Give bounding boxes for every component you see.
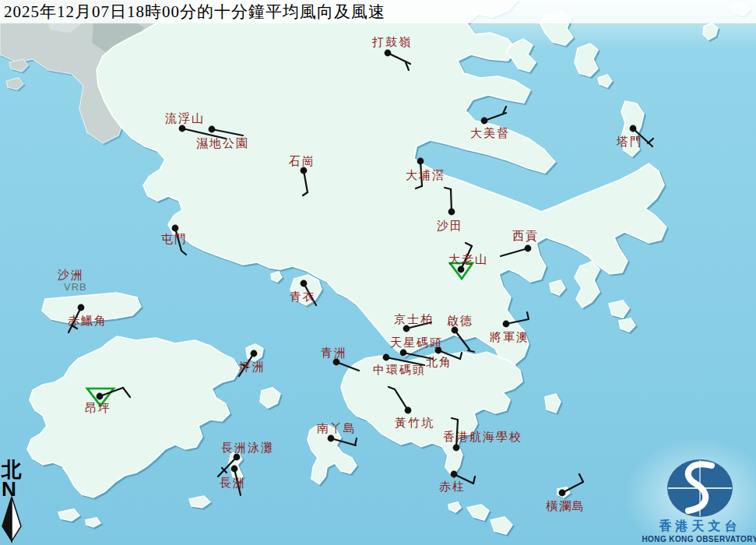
station-dot — [453, 445, 460, 452]
station-dot — [385, 50, 392, 57]
station-label: 啟德 — [447, 315, 473, 327]
station-label: 赤鱲角 — [68, 315, 107, 327]
station-label: 石崗 — [288, 155, 315, 167]
station-dot — [301, 167, 308, 174]
station-label: 赤柱 — [439, 480, 466, 493]
station-label: 橫瀾島 — [546, 500, 585, 512]
station-label: 將軍澳 — [490, 331, 529, 343]
station-dot — [234, 454, 241, 461]
station-note-vrb: VRB — [64, 281, 87, 293]
station-dot — [328, 435, 335, 442]
station-dot — [525, 245, 532, 252]
station-label: 沙田 — [437, 220, 463, 232]
station-label: 昂坪 — [85, 402, 111, 414]
station-dot — [458, 266, 465, 273]
station-dot — [481, 118, 488, 125]
station-label: 濕地公園 — [196, 137, 249, 149]
station-label: 北角 — [426, 356, 452, 368]
hko-logo-name-en: HONG KONG OBSERVATORY — [642, 535, 756, 543]
station-label: 青洲 — [321, 346, 347, 359]
station-dot — [503, 321, 510, 328]
station-dot — [209, 126, 216, 133]
station-label: 大美督 — [470, 126, 510, 139]
station-dot — [417, 158, 424, 165]
station-dot — [78, 304, 85, 311]
map-canvas: 打鼓嶺流浮山濕地公園石崗大美督塔門大埔滘沙田西貢大老山屯門沙洲VRB赤鱲角青衣京… — [0, 0, 756, 545]
station-label: 南丫島 — [317, 422, 357, 434]
station-dot — [559, 490, 566, 497]
station-dot — [301, 280, 308, 287]
station-dot — [383, 354, 390, 361]
station-dot — [403, 325, 410, 332]
station-label: 西貢 — [512, 230, 539, 242]
station-label: 中環碼頭 — [373, 364, 426, 376]
station-dot — [451, 471, 458, 478]
station-dot — [251, 350, 258, 357]
station-dot — [179, 125, 186, 132]
compass-letter: N — [2, 477, 16, 501]
station-label: 京士柏 — [394, 313, 434, 325]
station-label: 大埔滘 — [406, 169, 445, 181]
station-dot — [448, 209, 455, 216]
station-label: 打鼓嶺 — [371, 36, 412, 48]
wind-map-screen: 打鼓嶺流浮山濕地公園石崗大美督塔門大埔滘沙田西貢大老山屯門沙洲VRB赤鱲角青衣京… — [0, 0, 756, 545]
station-dot — [405, 407, 412, 414]
station-dot — [333, 359, 340, 366]
station-label: 沙洲 — [58, 269, 84, 281]
station-dot — [630, 125, 637, 132]
station-label: 流浮山 — [165, 112, 205, 125]
station-label: 香港航海學校 — [443, 431, 522, 443]
station-label: 青衣 — [290, 290, 316, 303]
station-label: 大老山 — [448, 253, 488, 265]
station-dot — [172, 225, 179, 232]
station-label: 天星碼頭 — [390, 336, 443, 349]
station-label: 坪洲 — [238, 360, 265, 373]
station-dot — [400, 350, 407, 357]
map-title: 2025年12月07日18時00分的十分鐘平均風向及風速 — [0, 0, 756, 23]
station-label: 塔門 — [616, 135, 643, 148]
station-label: 長洲泳灘 — [221, 441, 274, 454]
station-label: 黃竹坑 — [395, 417, 434, 429]
station-dot — [452, 327, 459, 334]
station-dot — [231, 466, 238, 473]
hko-logo-name-zh: 香港天文台 — [659, 519, 741, 533]
station-dot — [435, 347, 442, 354]
station-label: 屯門 — [161, 233, 188, 245]
station-dot — [97, 393, 104, 400]
station-label: 長洲 — [220, 476, 246, 489]
